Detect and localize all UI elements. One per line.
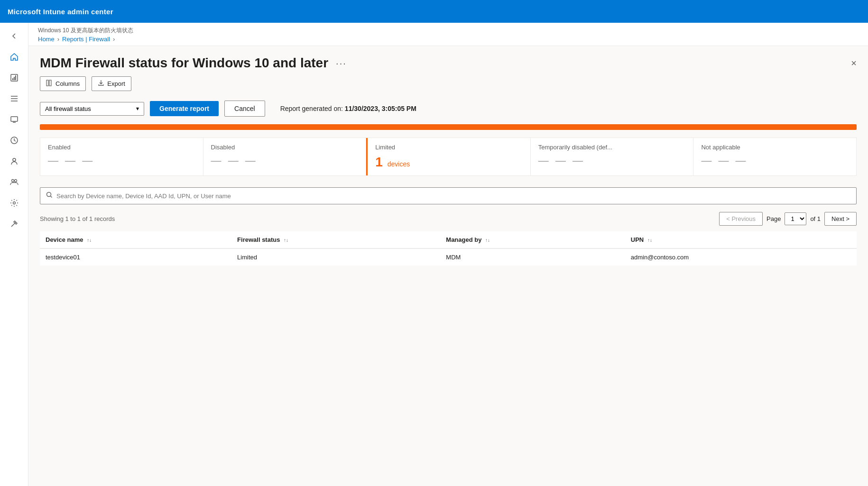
- sidebar-groups[interactable]: [5, 173, 24, 192]
- breadcrumb-sep1: ›: [57, 36, 59, 43]
- records-count: Showing 1 to 1 of 1 records: [40, 215, 115, 222]
- page-header: Windows 10 及更高版本的防火墙状态 Home › Reports | …: [28, 23, 868, 46]
- status-card-enabled: Enabled — — —: [40, 138, 203, 175]
- search-box: [40, 187, 857, 204]
- cell-device-name: testdevice01: [40, 248, 231, 266]
- export-icon: [98, 80, 104, 88]
- status-card-not-applicable: Not applicable — — —: [693, 138, 856, 175]
- sort-firewall-status-icon: ↑↓: [284, 238, 288, 243]
- sidebar-reports[interactable]: [5, 68, 24, 87]
- enabled-label: Enabled: [48, 144, 195, 151]
- sort-managed-by-icon: ↑↓: [485, 238, 490, 243]
- table-row: testdevice01 Limited MDM admin@contoso.c…: [40, 248, 857, 266]
- cell-upn: admin@contoso.com: [625, 248, 857, 266]
- panel-title: MDM Firewall status for Windows 10 and l…: [40, 55, 328, 71]
- status-card-temp-disabled: Temporarily disabled (def... — — —: [531, 138, 694, 175]
- columns-label: Columns: [55, 80, 80, 87]
- page-of-label: of 1: [810, 215, 821, 222]
- export-button[interactable]: Export: [92, 76, 131, 91]
- panel-title-row: MDM Firewall status for Windows 10 and l…: [40, 55, 857, 71]
- data-table: Device name ↑↓ Firewall status ↑↓ Manage…: [40, 231, 857, 266]
- temp-disabled-value: — — —: [538, 155, 686, 167]
- sidebar-home[interactable]: [5, 47, 24, 66]
- limited-label: Limited: [375, 144, 523, 151]
- sidebar-collapse[interactable]: [5, 27, 24, 46]
- content-area: MDM Firewall status for Windows 10 and l…: [28, 46, 868, 275]
- generate-report-button[interactable]: Generate report: [150, 101, 219, 116]
- status-card-limited: Limited 1 devices: [366, 138, 531, 175]
- sidebar: [0, 23, 28, 486]
- cell-firewall-status: Limited: [231, 248, 440, 266]
- cancel-button[interactable]: Cancel: [224, 101, 265, 117]
- toolbar: Columns Export: [40, 76, 857, 91]
- svg-rect-1: [11, 117, 18, 121]
- chevron-down-icon: ▾: [136, 105, 139, 112]
- sidebar-apps[interactable]: [5, 131, 24, 150]
- sort-device-name-icon: ↑↓: [87, 238, 92, 243]
- disabled-label: Disabled: [211, 144, 359, 151]
- search-input[interactable]: [56, 193, 850, 200]
- main-content: Windows 10 及更高版本的防火墙状态 Home › Reports | …: [28, 23, 868, 486]
- sidebar-settings[interactable]: [5, 193, 24, 212]
- app-name: Microsoft Intune admin center: [8, 8, 113, 16]
- col-managed-by[interactable]: Managed by ↑↓: [440, 231, 625, 248]
- export-label: Export: [107, 80, 125, 87]
- report-generated-label: Report generated on: 11/30/2023, 3:05:05…: [280, 105, 416, 112]
- panel-close-button[interactable]: ×: [851, 58, 857, 69]
- sidebar-menu[interactable]: [5, 89, 24, 108]
- pagination-row: Showing 1 to 1 of 1 records < Previous P…: [40, 212, 857, 226]
- svg-point-3: [13, 158, 16, 161]
- col-upn[interactable]: UPN ↑↓: [625, 231, 857, 248]
- page-label-text: Page: [766, 215, 781, 222]
- temp-disabled-label: Temporarily disabled (def...: [538, 144, 686, 151]
- col-firewall-status[interactable]: Firewall status ↑↓: [231, 231, 440, 248]
- columns-button[interactable]: Columns: [40, 76, 86, 91]
- status-cards: Enabled — — — Disabled — — — Limited 1 d…: [40, 138, 857, 176]
- svg-point-6: [13, 202, 15, 204]
- breadcrumb-reports[interactable]: Reports | Firewall: [62, 36, 110, 43]
- next-button[interactable]: Next >: [824, 212, 857, 226]
- breadcrumb-sep2: ›: [113, 36, 115, 43]
- svg-rect-8: [49, 80, 51, 86]
- page-select[interactable]: 1: [785, 212, 806, 225]
- top-bar: Microsoft Intune admin center: [0, 0, 868, 23]
- search-icon: [46, 192, 53, 200]
- status-card-disabled: Disabled — — —: [203, 138, 367, 175]
- sidebar-tools[interactable]: [5, 214, 24, 233]
- cell-managed-by: MDM: [440, 248, 625, 266]
- previous-button[interactable]: < Previous: [719, 212, 763, 226]
- svg-point-9: [47, 193, 51, 197]
- breadcrumb: Home › Reports | Firewall ›: [38, 36, 859, 46]
- limited-count: 1: [375, 155, 383, 170]
- col-device-name[interactable]: Device name ↑↓: [40, 231, 231, 248]
- table-header-row: Device name ↑↓ Firewall status ↑↓ Manage…: [40, 231, 857, 248]
- page-subtitle: Windows 10 及更高版本的防火墙状态: [38, 27, 859, 35]
- firewall-status-filter[interactable]: All firewall status ▾: [40, 102, 144, 116]
- breadcrumb-home[interactable]: Home: [38, 36, 55, 43]
- svg-point-4: [11, 180, 14, 182]
- svg-rect-7: [46, 80, 48, 86]
- disabled-value: — — —: [211, 155, 359, 167]
- limited-unit: devices: [388, 160, 410, 168]
- pagination-controls: < Previous Page 1 of 1 Next >: [719, 212, 857, 226]
- progress-bar: [40, 124, 857, 130]
- columns-icon: [46, 80, 53, 88]
- sort-upn-icon: ↑↓: [647, 238, 652, 243]
- panel-more-button[interactable]: ···: [336, 58, 347, 69]
- filter-select-value: All firewall status: [45, 105, 91, 112]
- not-applicable-label: Not applicable: [701, 144, 849, 151]
- not-applicable-value: — — —: [701, 155, 849, 167]
- sidebar-devices[interactable]: [5, 110, 24, 129]
- enabled-value: — — —: [48, 155, 195, 167]
- sidebar-users[interactable]: [5, 152, 24, 171]
- svg-point-5: [14, 180, 17, 182]
- filter-row: All firewall status ▾ Generate report Ca…: [40, 101, 857, 117]
